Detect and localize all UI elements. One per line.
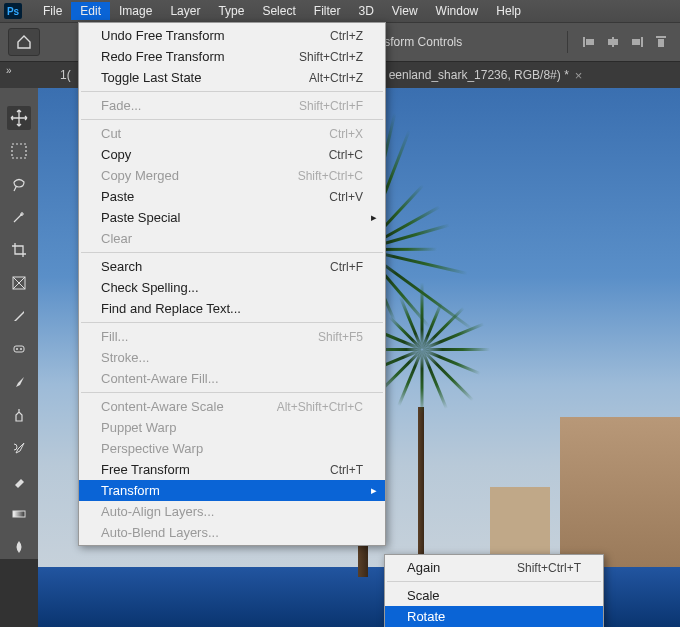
menuitem-free-transform[interactable]: Free TransformCtrl+T bbox=[79, 459, 385, 480]
align-buttons bbox=[567, 31, 672, 53]
menuitem-shortcut: Alt+Ctrl+Z bbox=[309, 71, 363, 85]
menuitem-find-and-replace-text[interactable]: Find and Replace Text... bbox=[79, 298, 385, 319]
menu-filter[interactable]: Filter bbox=[305, 2, 350, 20]
eraser-tool[interactable] bbox=[7, 469, 31, 493]
menu-file[interactable]: File bbox=[34, 2, 71, 20]
app-logo: Ps bbox=[4, 3, 22, 19]
menuitem-label: Content-Aware Scale bbox=[101, 399, 224, 414]
menuitem-content-aware-scale: Content-Aware ScaleAlt+Shift+Ctrl+C bbox=[79, 396, 385, 417]
frame-tool[interactable] bbox=[7, 271, 31, 295]
submenuitem-label: Rotate bbox=[407, 609, 445, 624]
align-right-button[interactable] bbox=[626, 31, 648, 53]
tools-panel bbox=[0, 88, 38, 559]
submenuitem-label: Again bbox=[407, 560, 440, 575]
menuitem-label: Paste bbox=[101, 189, 134, 204]
spot-heal-tool[interactable] bbox=[7, 337, 31, 361]
close-tab-icon[interactable]: × bbox=[575, 68, 583, 83]
menuitem-shortcut: Shift+Ctrl+F bbox=[299, 99, 363, 113]
svg-rect-4 bbox=[641, 37, 643, 47]
menuitem-label: Find and Replace Text... bbox=[101, 301, 241, 316]
document-tab-label: eenland_shark_17236, RGB/8#) * bbox=[389, 68, 569, 82]
menu-window[interactable]: Window bbox=[427, 2, 488, 20]
eyedropper-tool[interactable] bbox=[7, 304, 31, 328]
svg-rect-13 bbox=[13, 511, 25, 517]
menuitem-label: Perspective Warp bbox=[101, 441, 203, 456]
menubar: Ps FileEditImageLayerTypeSelectFilter3DV… bbox=[0, 0, 680, 22]
menuitem-shortcut: Ctrl+Z bbox=[330, 29, 363, 43]
align-top-button[interactable] bbox=[650, 31, 672, 53]
svg-rect-10 bbox=[14, 346, 24, 352]
menuitem-shortcut: Alt+Shift+Ctrl+C bbox=[277, 400, 363, 414]
clone-tool[interactable] bbox=[7, 403, 31, 427]
menuitem-shortcut: Ctrl+X bbox=[329, 127, 363, 141]
menu-separator bbox=[81, 322, 383, 323]
svg-rect-0 bbox=[583, 37, 585, 47]
menuitem-fade: Fade...Shift+Ctrl+F bbox=[79, 95, 385, 116]
menu-separator bbox=[81, 252, 383, 253]
move-tool[interactable] bbox=[7, 106, 31, 130]
menu-help[interactable]: Help bbox=[487, 2, 530, 20]
menuitem-check-spelling[interactable]: Check Spelling... bbox=[79, 277, 385, 298]
menuitem-label: Redo Free Transform bbox=[101, 49, 225, 64]
menu-separator bbox=[81, 119, 383, 120]
menuitem-label: Paste Special bbox=[101, 210, 181, 225]
menuitem-undo-free-transform[interactable]: Undo Free TransformCtrl+Z bbox=[79, 25, 385, 46]
blur-tool[interactable] bbox=[7, 535, 31, 559]
menu-3d[interactable]: 3D bbox=[349, 2, 382, 20]
document-tab[interactable]: eenland_shark_17236, RGB/8#) * × bbox=[381, 64, 591, 87]
submenuitem-scale[interactable]: Scale bbox=[385, 585, 603, 606]
menuitem-label: Toggle Last State bbox=[101, 70, 201, 85]
menuitem-label: Auto-Align Layers... bbox=[101, 504, 214, 519]
menuitem-search[interactable]: SearchCtrl+F bbox=[79, 256, 385, 277]
menu-layer[interactable]: Layer bbox=[161, 2, 209, 20]
svg-rect-8 bbox=[12, 144, 26, 158]
menuitem-toggle-last-state[interactable]: Toggle Last StateAlt+Ctrl+Z bbox=[79, 67, 385, 88]
menuitem-label: Transform bbox=[101, 483, 160, 498]
menuitem-shortcut: Ctrl+C bbox=[329, 148, 363, 162]
menuitem-shortcut: Shift+F5 bbox=[318, 330, 363, 344]
menuitem-copy[interactable]: CopyCtrl+C bbox=[79, 144, 385, 165]
menu-separator bbox=[387, 581, 601, 582]
menuitem-label: Content-Aware Fill... bbox=[101, 371, 219, 386]
menuitem-label: Copy bbox=[101, 147, 131, 162]
gradient-tool[interactable] bbox=[7, 502, 31, 526]
menuitem-redo-free-transform[interactable]: Redo Free TransformShift+Ctrl+Z bbox=[79, 46, 385, 67]
history-brush-tool[interactable] bbox=[7, 436, 31, 460]
menuitem-paste[interactable]: PasteCtrl+V bbox=[79, 186, 385, 207]
menuitem-label: Auto-Blend Layers... bbox=[101, 525, 219, 540]
submenuitem-rotate[interactable]: Rotate bbox=[385, 606, 603, 627]
lasso-tool[interactable] bbox=[7, 172, 31, 196]
menuitem-label: Stroke... bbox=[101, 350, 149, 365]
menuitem-perspective-warp: Perspective Warp bbox=[79, 438, 385, 459]
menuitem-auto-blend-layers: Auto-Blend Layers... bbox=[79, 522, 385, 543]
menuitem-label: Clear bbox=[101, 231, 132, 246]
home-button[interactable] bbox=[8, 28, 40, 56]
menu-view[interactable]: View bbox=[383, 2, 427, 20]
menuitem-shortcut: Shift+Ctrl+C bbox=[298, 169, 363, 183]
menuitem-label: Puppet Warp bbox=[101, 420, 176, 435]
submenuitem-again[interactable]: AgainShift+Ctrl+T bbox=[385, 557, 603, 578]
menuitem-transform[interactable]: Transform bbox=[79, 480, 385, 501]
menu-separator bbox=[81, 91, 383, 92]
crop-tool[interactable] bbox=[7, 238, 31, 262]
menuitem-cut: CutCtrl+X bbox=[79, 123, 385, 144]
align-center-h-button[interactable] bbox=[602, 31, 624, 53]
submenuitem-shortcut: Shift+Ctrl+T bbox=[517, 561, 581, 575]
menuitem-paste-special[interactable]: Paste Special bbox=[79, 207, 385, 228]
menu-edit[interactable]: Edit bbox=[71, 2, 110, 20]
menu-image[interactable]: Image bbox=[110, 2, 161, 20]
brush-tool[interactable] bbox=[7, 370, 31, 394]
menuitem-label: Undo Free Transform bbox=[101, 28, 225, 43]
marquee-tool[interactable] bbox=[7, 139, 31, 163]
menuitem-label: Fill... bbox=[101, 329, 128, 344]
menuitem-content-aware-fill: Content-Aware Fill... bbox=[79, 368, 385, 389]
panel-expand-icon[interactable]: » bbox=[6, 65, 12, 76]
menuitem-shortcut: Shift+Ctrl+Z bbox=[299, 50, 363, 64]
svg-point-12 bbox=[20, 348, 22, 350]
menu-type[interactable]: Type bbox=[209, 2, 253, 20]
menu-select[interactable]: Select bbox=[253, 2, 304, 20]
wand-tool[interactable] bbox=[7, 205, 31, 229]
home-icon bbox=[16, 34, 32, 50]
menuitem-stroke: Stroke... bbox=[79, 347, 385, 368]
align-left-button[interactable] bbox=[578, 31, 600, 53]
